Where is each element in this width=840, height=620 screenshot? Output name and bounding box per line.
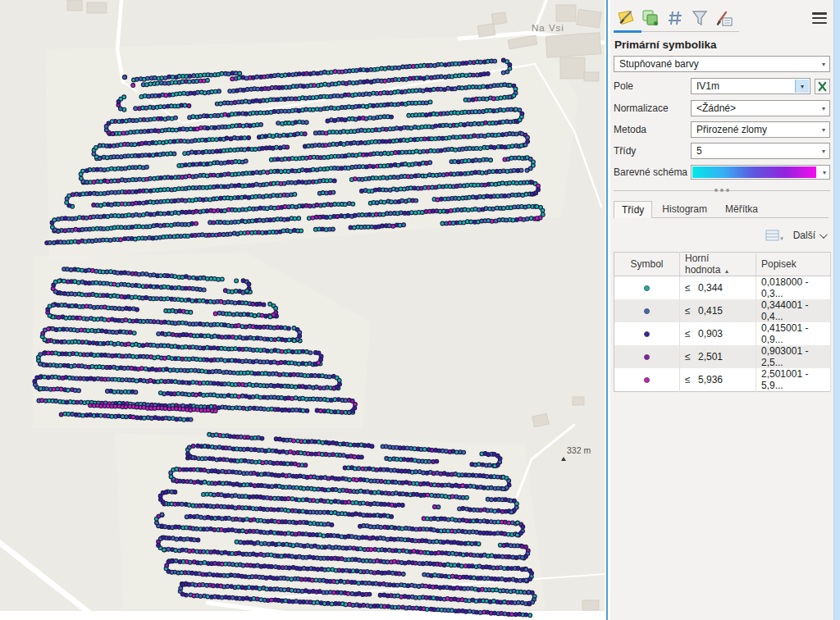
method-select[interactable]: Přirozené zlomy ▾ [691,121,830,138]
panel-splitter[interactable] [610,188,833,194]
normalization-row: Normalizace <Žádné> ▾ [614,100,830,116]
symbol-layer-drawing-tab[interactable] [663,7,687,30]
classes-tabs: Třídy Histogram Měřítka [614,202,829,218]
method-label: Metoda [614,124,691,135]
color-scheme-label: Barevné schéma [614,166,691,178]
map-place-label: Na Vsi [532,23,564,33]
class-symbol-dot [644,285,650,291]
expression-x-icon [817,81,828,92]
layered-squares-icon [641,8,660,28]
class-row[interactable]: ≤0,344 0,018000 - 0,3... [614,276,831,300]
sort-asc-icon: ▲ [724,268,729,274]
class-label: 2,501001 - 5,9... [756,368,831,392]
set-expression-button[interactable] [815,79,830,94]
upper-value: 5,936 [698,374,723,385]
symbology-panel: Primární symbolika Stupňované barvy ▾ Po… [610,0,833,620]
tab-histogram[interactable]: Histogram [654,200,715,217]
elevation-label: 332 m [567,445,591,455]
more-label: Další [793,230,815,241]
chevron-down-icon: ▾ [822,105,825,112]
upper-value: 0,344 [698,282,723,294]
method-value: Přirozené zlomy [696,124,767,135]
field-row: Pole IV1m ▾ [614,78,830,94]
symbology-tab-strip [614,6,829,30]
classes-value: 5 [696,145,702,157]
chevron-down-icon [819,230,828,239]
page-title: Primární symbolika [614,39,717,51]
note-pencil-icon [616,8,636,28]
color-scheme-ramp[interactable]: ▾ [691,165,830,180]
class-label: 0,415001 - 0,9... [756,322,831,345]
table-toolbar: ▾ Další [765,227,825,244]
map-canvas[interactable] [0,0,605,620]
normalization-select[interactable]: <Žádné> ▾ [691,100,830,116]
class-label: 0,018000 - 0,3... [756,276,831,300]
class-label: 0,903001 - 2,5... [756,345,831,368]
field-label: Pole [614,80,691,92]
brush-list-icon [714,8,734,28]
classes-row: Třídy 5 ▾ [614,143,830,159]
map-view[interactable]: Na Vsi 332 m [0,0,605,620]
class-symbol-dot [644,354,650,360]
hash-grid-icon [665,8,685,28]
advanced-symbology-tab[interactable] [712,7,737,30]
chevron-down-icon: ▾ [780,235,783,242]
chevron-down-icon[interactable]: ▾ [795,80,809,93]
splitter-grip-icon [720,189,724,192]
upper-value: 2,501 [698,351,723,362]
filter-tab[interactable] [687,7,712,30]
app-window: Na Vsi 332 m [0,0,840,620]
chevron-down-icon: ▾ [822,148,825,155]
header-popisek[interactable]: Popisek [756,253,831,276]
more-dropdown[interactable]: Další [793,230,825,241]
primary-symbology-tab[interactable] [614,7,638,30]
header-upper-value[interactable]: Horní hodnota▲ [680,253,756,276]
menu-icon[interactable] [810,11,829,25]
class-row[interactable]: ≤5,936 2,501001 - 5,9... [614,368,831,392]
panel-scrollbar[interactable] [833,0,840,620]
normalization-value: <Žádné> [696,103,736,114]
funnel-icon [690,8,710,28]
chevron-down-icon: ▾ [823,169,826,176]
vary-symbology-tab[interactable] [638,7,663,30]
upper-value: 0,415 [698,305,723,317]
classes-label: Třídy [614,145,691,157]
table-header-row: Symbol Horní hodnota▲ Popisek [614,253,831,276]
elevation-point-icon [561,457,566,461]
color-scheme-row: Barevné schéma ▾ [614,164,830,180]
chevron-down-icon: ▾ [822,126,825,134]
color-ramp-gradient [692,166,816,178]
symbology-type-select[interactable]: Stupňované barvy ▾ [614,56,830,72]
normalization-label: Normalizace [614,103,691,114]
class-symbol-dot [644,308,650,314]
tab-tridy[interactable]: Třídy [614,201,652,218]
class-row[interactable]: ≤0,903 0,415001 - 0,9... [614,322,831,345]
class-row[interactable]: ≤2,501 0,903001 - 2,5... [614,345,831,368]
table-view-button[interactable]: ▾ [765,229,783,242]
table-rows-icon [765,229,779,242]
class-label: 0,344001 - 0,4... [756,299,831,322]
field-combobox[interactable]: IV1m ▾ [691,78,810,94]
class-symbol-dot [644,377,650,383]
upper-value: 0,903 [698,328,723,340]
classes-select[interactable]: 5 ▾ [691,143,830,159]
header-symbol[interactable]: Symbol [614,253,680,276]
class-row[interactable]: ≤0,415 0,344001 - 0,4... [614,299,831,322]
chevron-down-icon: ▾ [822,61,825,68]
classes-table: Symbol Horní hodnota▲ Popisek ≤0,344 0,0… [614,252,831,392]
class-symbol-dot [644,331,650,337]
field-value: IV1m [696,80,719,92]
method-row: Metoda Přirozené zlomy ▾ [614,121,830,138]
map-pane-active-border [606,0,608,620]
active-tab-underline [614,30,641,33]
tab-meritka[interactable]: Měřítka [717,200,766,217]
symbology-type-value: Stupňované barvy [619,58,699,70]
